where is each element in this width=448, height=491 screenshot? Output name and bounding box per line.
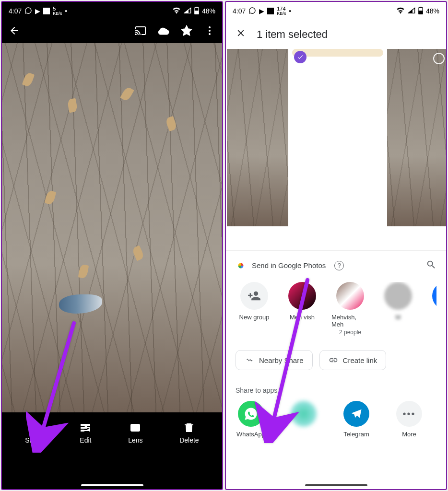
status-time: 4:07 xyxy=(9,7,22,15)
svg-rect-1 xyxy=(196,7,197,8)
contact-item[interactable]: M MM xyxy=(427,282,436,336)
svg-point-7 xyxy=(134,426,137,429)
cloud-upload-button[interactable] xyxy=(158,25,169,38)
cast-button[interactable] xyxy=(135,25,146,38)
svg-point-3 xyxy=(209,26,211,28)
lens-label: Lens xyxy=(128,436,142,444)
favorite-button[interactable] xyxy=(181,25,192,38)
create-link-button[interactable]: Create link xyxy=(319,350,387,370)
send-in-photos-row: Send in Google Photos ? xyxy=(236,259,436,271)
data-speed: 174 KB/s xyxy=(277,6,286,16)
share-sheet-screen: 4:07 ▶ 174 KB/s • 48% xyxy=(225,1,447,490)
nearby-share-button[interactable]: Nearby Share xyxy=(236,350,313,370)
whatsapp-app-button[interactable]: WhatsApp xyxy=(236,401,266,438)
send-label: Send in Google Photos xyxy=(252,261,326,269)
share-to-apps-label: Share to apps xyxy=(236,386,436,394)
signal-icon xyxy=(408,7,415,15)
photo-content[interactable] xyxy=(2,43,222,412)
battery-icon xyxy=(194,7,199,16)
notification-icon: ▶ xyxy=(259,7,264,15)
contact-item[interactable]: Mehvish, Meh 2 people xyxy=(331,282,369,336)
home-indicator[interactable] xyxy=(305,484,367,486)
battery-icon xyxy=(418,7,423,16)
telegram-app-button[interactable]: Telegram xyxy=(341,401,372,438)
more-apps-button[interactable]: ••• More xyxy=(394,401,424,438)
lens-button[interactable]: Lens xyxy=(128,422,142,444)
signal-icon xyxy=(184,7,191,15)
new-group-button[interactable]: New group xyxy=(236,282,273,336)
svg-point-5 xyxy=(209,33,211,35)
google-photos-icon xyxy=(236,260,246,271)
data-speed: 5 KB/s xyxy=(53,6,62,16)
thumbnail[interactable] xyxy=(227,49,288,226)
whatsapp-status-icon xyxy=(248,7,256,16)
dot-icon: • xyxy=(65,7,67,15)
apps-row: WhatsApp Telegram ••• More xyxy=(236,401,436,438)
delete-button[interactable]: Delete xyxy=(179,422,199,444)
edit-label: Edit xyxy=(80,436,91,444)
svg-rect-10 xyxy=(420,7,421,8)
square-icon xyxy=(267,8,274,14)
square-icon xyxy=(43,8,50,14)
help-icon[interactable]: ? xyxy=(334,261,344,270)
app-icon xyxy=(291,401,317,427)
selected-check-icon xyxy=(294,51,307,63)
avatar xyxy=(336,282,364,310)
delete-label: Delete xyxy=(179,436,199,444)
share-button[interactable]: Share xyxy=(25,422,43,444)
photo-topbar xyxy=(2,20,222,43)
whatsapp-icon xyxy=(238,401,264,427)
contact-item[interactable]: M xyxy=(379,282,417,336)
more-icon: ••• xyxy=(396,401,422,427)
back-button[interactable] xyxy=(9,25,20,38)
avatar: M xyxy=(432,282,436,310)
svg-point-4 xyxy=(209,30,211,32)
wifi-icon xyxy=(396,7,405,15)
more-button[interactable] xyxy=(204,25,215,38)
telegram-icon xyxy=(343,401,369,427)
status-bar: 4:07 ▶ 174 KB/s • 48% xyxy=(226,2,446,20)
app-button-blurred[interactable] xyxy=(288,401,319,438)
status-time: 4:07 xyxy=(233,7,246,15)
close-button[interactable] xyxy=(236,28,246,41)
svg-rect-2 xyxy=(195,11,199,13)
contact-item[interactable]: Meh vish xyxy=(283,282,321,336)
thumbnail[interactable] xyxy=(387,49,447,226)
status-bar: 4:07 ▶ 5 KB/s • 48% xyxy=(2,2,222,20)
photo-thumbnails xyxy=(226,49,446,226)
avatar xyxy=(288,282,316,310)
bottom-action-bar: Share Edit Lens Delete xyxy=(2,412,222,458)
selection-title: 1 item selected xyxy=(257,28,328,41)
share-options-row: Nearby Share Create link xyxy=(236,350,436,370)
contacts-row: New group Meh vish Mehvish, Meh 2 people… xyxy=(236,282,436,336)
search-button[interactable] xyxy=(426,259,436,271)
photo-viewer-screen: 4:07 ▶ 5 KB/s • 48% xyxy=(1,1,223,490)
battery-percent: 48% xyxy=(426,7,439,15)
select-circle-icon[interactable] xyxy=(433,53,445,64)
battery-percent: 48% xyxy=(202,7,215,15)
dot-icon: • xyxy=(289,7,291,15)
whatsapp-status-icon xyxy=(24,7,32,16)
edit-button[interactable]: Edit xyxy=(80,422,91,444)
share-sheet: Send in Google Photos ? New group Meh vi… xyxy=(226,250,446,438)
wifi-icon xyxy=(172,7,181,15)
avatar xyxy=(384,282,412,310)
home-indicator[interactable] xyxy=(81,484,143,486)
notification-icon: ▶ xyxy=(35,7,40,15)
svg-rect-11 xyxy=(419,11,423,13)
selection-header: 1 item selected xyxy=(226,20,446,49)
new-group-icon xyxy=(240,282,268,310)
share-label: Share xyxy=(25,436,43,444)
svg-point-8 xyxy=(138,425,139,426)
